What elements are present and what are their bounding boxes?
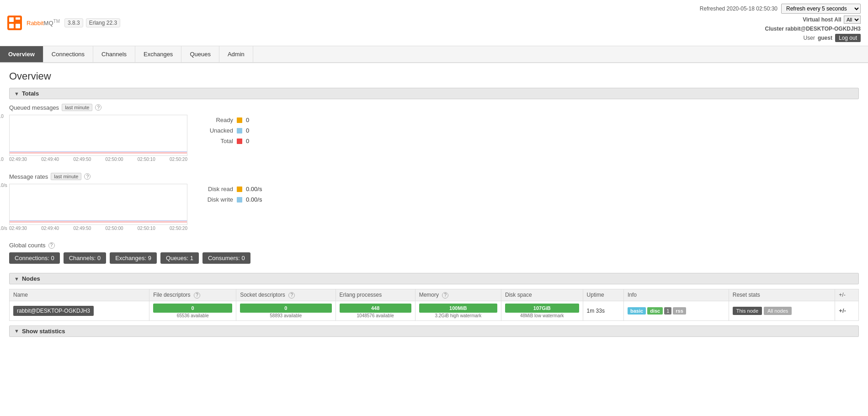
- col-disk: Disk space: [501, 289, 583, 301]
- queued-messages-red-line: [10, 153, 187, 153]
- count-consumers[interactable]: Consumers: 0: [202, 252, 250, 264]
- table-row: rabbit@DESKTOP-OGKDJH3 0 65536 available…: [10, 301, 859, 320]
- legend-disk-write: Disk write 0.00/s: [201, 196, 262, 203]
- svg-rect-4: [16, 24, 20, 28]
- legend-total-value: 0: [246, 138, 249, 144]
- cluster-row: Cluster rabbit@DESKTOP-OGKDJH3: [765, 26, 861, 32]
- count-exchanges[interactable]: Exchanges: 9: [110, 252, 157, 264]
- legend-total: Total 0: [201, 138, 249, 144]
- global-counts-label: Global counts: [9, 242, 46, 249]
- erlang-badge: Erlang 22.3: [86, 18, 120, 27]
- nav-item-connections[interactable]: Connections: [43, 46, 93, 62]
- logo-rabbit: Rabbit: [27, 20, 44, 27]
- nodes-table: Name File descriptors ? Socket descripto…: [9, 289, 859, 321]
- message-rates-y-bottom: 0.0/s: [0, 226, 7, 231]
- socket-desc-help-icon[interactable]: ?: [288, 292, 295, 299]
- col-info: Info: [624, 289, 729, 301]
- queued-messages-section: Queued messages last minute ? 1.0 0.0 02…: [9, 104, 859, 162]
- socket-desc-avail: 58893 available: [270, 313, 302, 318]
- legend-unacked: Unacked 0: [201, 127, 249, 134]
- message-rates-time-badge[interactable]: last minute: [51, 173, 81, 180]
- nodes-section-header[interactable]: ▼ Nodes: [9, 273, 859, 284]
- erlang-bar: 448: [340, 304, 411, 313]
- file-desc-cell: 0 65536 available: [149, 301, 236, 320]
- legend-disk-write-dot: [237, 197, 242, 203]
- tag-disc[interactable]: disc: [647, 307, 663, 315]
- nav-item-overview[interactable]: Overview: [0, 46, 43, 62]
- message-rates-chart-row: 1.0/s 0.0/s 02:49:30 02:49:40 02:49:50 0…: [9, 184, 859, 231]
- x-label-2: 02:49:50: [73, 157, 91, 162]
- socket-desc-cell: 0 58893 available: [236, 301, 335, 320]
- erlang-cell: 448 1048576 available: [335, 301, 415, 320]
- memory-avail: 3.2GiB high watermark: [435, 313, 481, 318]
- logo-text: RabbitMQTM: [27, 19, 60, 27]
- nodes-section: ▼ Nodes Name File descriptors ? Socket d…: [9, 273, 859, 321]
- reset-this-node-button[interactable]: This node: [733, 307, 762, 315]
- tag-rss[interactable]: rss: [673, 307, 686, 315]
- page-title: Overview: [9, 70, 859, 82]
- disk-bar-wrap: 107GiB 48MiB low watermark: [505, 304, 579, 318]
- col-uptime: Uptime: [583, 289, 623, 301]
- count-queues[interactable]: Queues: 1: [160, 252, 199, 264]
- rates-red-line: [10, 222, 187, 222]
- plus-minus-toggle[interactable]: +/-: [839, 307, 846, 314]
- queued-messages-help-icon[interactable]: ?: [95, 104, 101, 111]
- reset-all-nodes-button[interactable]: All nodes: [764, 307, 792, 315]
- counts-row: Connections: 0 Channels: 0 Exchanges: 9 …: [9, 252, 859, 264]
- message-rates-y-top: 1.0/s: [0, 183, 7, 188]
- chart-statistics-label: Show statistics: [22, 328, 65, 335]
- svg-rect-3: [9, 24, 14, 28]
- erlang-bar-wrap: 448 1048576 available: [340, 304, 411, 318]
- top-right-info: Refreshed 2020-05-18 02:50:30 Refresh ev…: [700, 4, 861, 42]
- disk-cell: 107GiB 48MiB low watermark: [501, 301, 583, 320]
- x-label-0: 02:49:30: [9, 157, 27, 162]
- refresh-select[interactable]: Refresh every 5 secondsRefresh every 10 …: [781, 4, 861, 14]
- col-name: Name: [10, 289, 149, 301]
- legend-disk-read: Disk read 0.00/s: [201, 186, 262, 192]
- nav-item-exchanges[interactable]: Exchanges: [135, 46, 181, 62]
- file-desc-bar-wrap: 0 65536 available: [153, 304, 232, 318]
- legend-disk-read-value: 0.00/s: [246, 186, 262, 192]
- global-counts-title: Global counts ?: [9, 242, 859, 249]
- nav-item-channels[interactable]: Channels: [93, 46, 135, 62]
- info-tags: basic disc 1 rss: [628, 307, 725, 315]
- reset-stats-cell: This node All nodes: [729, 301, 835, 320]
- queued-messages-chart-row: 1.0 0.0 02:49:30 02:49:40 02:49:50 02:50…: [9, 115, 859, 162]
- nodes-arrow-icon: ▼: [14, 276, 19, 282]
- node-name-badge[interactable]: rabbit@DESKTOP-OGKDJH3: [13, 306, 94, 316]
- cluster-value: rabbit@DESKTOP-OGKDJH3: [785, 26, 861, 32]
- svg-rect-2: [16, 17, 20, 20]
- message-rates-label: Message rates: [9, 173, 48, 180]
- chart-statistics-header[interactable]: ▼ Show statistics: [9, 325, 859, 337]
- top-bar: RabbitMQTM 3.8.3 Erlang 22.3 Refreshed 2…: [0, 0, 868, 46]
- nav-item-admin[interactable]: Admin: [219, 46, 253, 62]
- logout-button[interactable]: Log out: [835, 34, 861, 42]
- global-counts-help-icon[interactable]: ?: [48, 242, 55, 249]
- message-rates-help-icon[interactable]: ?: [84, 173, 91, 180]
- message-rates-chart-wrap: 1.0/s 0.0/s 02:49:30 02:49:40 02:49:50 0…: [9, 184, 187, 231]
- legend-disk-read-dot: [237, 187, 242, 192]
- svg-rect-1: [9, 17, 14, 22]
- message-rates-title: Message rates last minute ?: [9, 173, 859, 180]
- virtual-host-select[interactable]: All: [844, 16, 861, 24]
- nav-item-queues[interactable]: Queues: [181, 46, 219, 62]
- count-connections[interactable]: Connections: 0: [9, 252, 60, 264]
- tag-basic[interactable]: basic: [628, 307, 646, 315]
- refresh-row: Refreshed 2020-05-18 02:50:30 Refresh ev…: [700, 4, 861, 14]
- queued-messages-time-badge[interactable]: last minute: [62, 104, 92, 111]
- file-desc-help-icon[interactable]: ?: [194, 292, 200, 299]
- totals-section-header[interactable]: ▼ Totals: [9, 88, 859, 99]
- tag-number: 1: [664, 307, 671, 315]
- legend-disk-write-label: Disk write: [201, 196, 233, 203]
- totals-arrow-icon: ▼: [14, 91, 19, 96]
- memory-help-icon[interactable]: ?: [442, 292, 448, 299]
- socket-desc-bar-wrap: 0 58893 available: [240, 304, 331, 318]
- logo-tm: TM: [53, 19, 60, 24]
- x-label-4: 02:50:10: [138, 157, 155, 162]
- col-socket-desc: Socket descriptors ?: [236, 289, 335, 301]
- count-channels[interactable]: Channels: 0: [64, 252, 106, 264]
- plus-minus-cell: +/-: [835, 301, 859, 320]
- uptime-cell: 1m 33s: [583, 301, 623, 320]
- rates-blue-line: [10, 220, 187, 221]
- chart-statistics-arrow-icon: ▼: [14, 328, 19, 334]
